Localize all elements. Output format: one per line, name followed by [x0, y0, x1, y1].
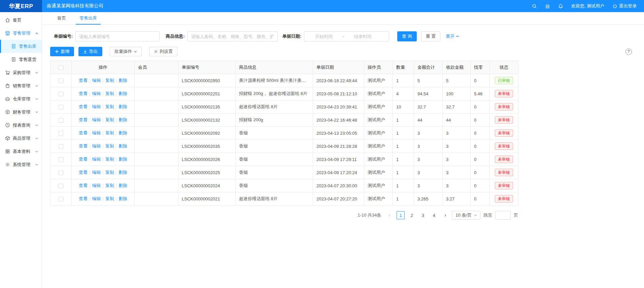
cell-received: 3 [443, 179, 471, 192]
row-checkbox[interactable] [59, 157, 63, 162]
search-icon[interactable] [532, 4, 537, 9]
row-action-edit[interactable]: 编辑 [92, 157, 101, 162]
sidebar-item-system[interactable]: 系统管理 [0, 158, 42, 171]
row-action-view[interactable]: 查看 [79, 157, 88, 162]
row-action-edit[interactable]: 编辑 [92, 78, 101, 83]
row-action-edit[interactable]: 编辑 [92, 117, 101, 122]
reset-button[interactable]: 重 置 [421, 31, 441, 41]
select-all-checkbox[interactable] [59, 65, 63, 70]
row-action-view[interactable]: 查看 [79, 104, 88, 109]
sidebar-item-report[interactable]: 报表查询 [0, 119, 42, 132]
sidebar-item-retail[interactable]: 零售管理 [0, 27, 42, 40]
row-checkbox[interactable] [59, 78, 63, 83]
row-checkbox[interactable] [59, 144, 63, 149]
row-action-view[interactable]: 查看 [79, 117, 88, 122]
row-action-edit[interactable]: 编辑 [92, 104, 101, 109]
row-action-delete[interactable]: 删除 [118, 183, 127, 188]
row-action-view[interactable]: 查看 [79, 183, 88, 188]
page-button-4[interactable]: 4 [430, 211, 438, 219]
product-info-input[interactable] [188, 31, 278, 41]
row-action-delete[interactable]: 删除 [118, 196, 127, 201]
search-button[interactable]: 查 询 [397, 31, 417, 41]
row-action-edit[interactable]: 编辑 [92, 143, 101, 149]
add-button[interactable]: 新增 [50, 47, 74, 56]
tab-retail-out[interactable]: 零售出库 [76, 12, 101, 24]
row-action-edit[interactable]: 编辑 [92, 91, 101, 96]
sidebar-item-warehouse[interactable]: 仓库管理 [0, 92, 42, 105]
row-checkbox[interactable] [59, 105, 63, 109]
row-checkbox[interactable] [59, 118, 63, 123]
tab-home[interactable]: 首页 [54, 12, 70, 24]
row-action-copy[interactable]: 复制 [105, 170, 114, 175]
table-row: 查看|编辑|复制|删除 LSCK00000002035 香烟 2023-04-0… [50, 140, 518, 153]
row-action-copy[interactable]: 复制 [105, 130, 114, 135]
row-action-edit[interactable]: 编辑 [92, 196, 101, 201]
row-checkbox[interactable] [59, 131, 63, 136]
page-button-1[interactable]: 1 [397, 211, 405, 219]
row-action-view[interactable]: 查看 [79, 143, 88, 149]
jump-page-input[interactable] [495, 211, 511, 220]
sidebar-item-finance[interactable]: 财务管理 [0, 105, 42, 119]
row-action-view[interactable]: 查看 [79, 78, 88, 83]
row-action-delete[interactable]: 删除 [118, 143, 127, 149]
row-action-copy[interactable]: 复制 [105, 183, 114, 188]
row-action-copy[interactable]: 复制 [105, 78, 114, 83]
row-action-view[interactable]: 查看 [79, 196, 88, 201]
app-logo: 华夏ERP [0, 0, 42, 12]
cell-qty: 1 [393, 140, 414, 153]
row-action-copy[interactable]: 复制 [105, 196, 114, 201]
row-action-view[interactable]: 查看 [79, 130, 88, 135]
bell-icon[interactable] [558, 4, 563, 9]
row-action-copy[interactable]: 复制 [105, 91, 114, 96]
row-action-delete[interactable]: 删除 [118, 117, 127, 122]
bills-table: 操作 会员 单据编号 商品信息 单据日期 操作员 数量 金额合计 收款金额 找零… [50, 61, 518, 205]
product-icon [5, 136, 10, 141]
row-action-copy[interactable]: 复制 [105, 104, 114, 109]
row-action-copy[interactable]: 复制 [105, 117, 114, 122]
row-checkbox[interactable] [59, 184, 63, 188]
date-end-input[interactable] [346, 34, 380, 39]
row-action-delete[interactable]: 删除 [118, 78, 127, 83]
row-checkbox[interactable] [59, 197, 63, 201]
bank-icon[interactable] [545, 4, 550, 9]
date-start-input[interactable] [307, 34, 341, 39]
row-action-edit[interactable]: 编辑 [92, 183, 101, 188]
cell-date: 2023-04-23 20:39:41 [313, 100, 364, 114]
row-checkbox[interactable] [59, 170, 63, 175]
status-badge: 未审核 [495, 129, 513, 137]
sidebar-item-purchase[interactable]: 采购管理 [0, 66, 42, 79]
sidebar-item-retail-return[interactable]: 零售退货 [0, 53, 42, 66]
sidebar-item-retail-out[interactable]: 零售出库 [0, 40, 42, 53]
column-settings-button[interactable]: 列设置 [149, 47, 177, 56]
bill-no-input[interactable] [75, 31, 160, 41]
sidebar-item-sale[interactable]: 销售管理 [0, 79, 42, 92]
page-size-select[interactable]: 10 条/页 [452, 211, 480, 220]
row-action-edit[interactable]: 编辑 [92, 130, 101, 135]
row-action-edit[interactable]: 编辑 [92, 170, 101, 175]
next-page-button[interactable] [441, 211, 449, 219]
logout-button[interactable]: 退出登录 [612, 3, 637, 9]
row-action-copy[interactable]: 复制 [105, 143, 114, 149]
expand-link[interactable]: 展开 [446, 33, 459, 39]
row-checkbox[interactable] [59, 92, 63, 96]
row-action-copy[interactable]: 复制 [105, 157, 114, 162]
row-action-view[interactable]: 查看 [79, 170, 88, 175]
logout-label: 退出登录 [619, 3, 637, 9]
page-button-2[interactable]: 2 [408, 211, 416, 219]
date-range-picker[interactable]: ~ [304, 31, 389, 41]
export-button[interactable]: 导出 [78, 47, 102, 56]
row-action-view[interactable]: 查看 [79, 91, 88, 96]
page-button-3[interactable]: 3 [419, 211, 427, 219]
row-action-delete[interactable]: 删除 [118, 130, 127, 135]
batch-actions-button[interactable]: 批量操作 [110, 47, 142, 56]
sidebar-item-home[interactable]: 首页 [0, 13, 42, 27]
help-icon[interactable]: ? [625, 49, 632, 55]
row-action-delete[interactable]: 删除 [118, 170, 127, 175]
sidebar-item-product[interactable]: 商品管理 [0, 132, 42, 145]
sidebar-item-basic[interactable]: 基本资料 [0, 145, 42, 158]
row-action-delete[interactable]: 删除 [118, 91, 127, 96]
row-action-delete[interactable]: 删除 [118, 157, 127, 162]
status-badge: 已审核 [495, 77, 513, 84]
prev-page-button[interactable] [385, 211, 394, 219]
row-action-delete[interactable]: 删除 [118, 104, 127, 109]
